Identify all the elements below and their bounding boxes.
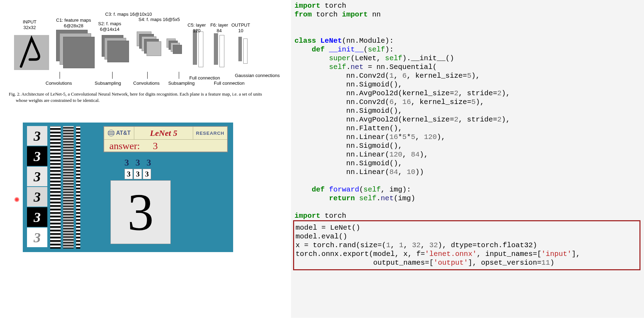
label-output: OUTPUT 10: [231, 22, 250, 33]
caption-line2: whose weights are constrained to be iden…: [9, 97, 282, 104]
digit-thumb: 3: [27, 187, 47, 207]
s2-block: [107, 41, 129, 62]
input-image-block: [14, 35, 49, 70]
label-convolutions-2: Convolutions: [133, 81, 160, 86]
digit-predictions: 3 3 3 333: [124, 158, 153, 179]
tick-line: [179, 72, 179, 79]
demo-banner: AT&T LeNet 5 RESEARCH answer: 3: [103, 126, 228, 152]
lenet-architecture-diagram: INPUT 32x32 C1: feature maps 6@28x28 C3:…: [7, 11, 287, 88]
label-subsampling-2: Subsampling: [168, 81, 195, 86]
tick-line: [112, 72, 113, 79]
c3-block: [147, 41, 161, 56]
digit-box: 3: [134, 169, 142, 179]
lenet-demo-window: 333333 AT&T LeNet 5 RESEARCH answer: 3 3…: [23, 123, 233, 252]
digit-row-boxes: 333: [124, 169, 153, 179]
label-c5: C5: layer 120: [188, 22, 206, 33]
tick-line: [60, 72, 60, 79]
digit-box: 3: [143, 169, 151, 179]
code-block: import torch from torch import nn class …: [294, 0, 640, 270]
label-fc-1: Full connection: [189, 75, 220, 81]
label-c3: C3: f. maps 16@10x10: [105, 12, 152, 17]
highlighted-export-code: model = LeNet() model.eval() x = torch.r…: [293, 220, 640, 270]
output-block: [238, 37, 242, 61]
c1-block: [63, 37, 95, 68]
digit-thumb: 3: [27, 207, 47, 227]
feature-strip: [50, 126, 61, 249]
f6-block: [214, 33, 218, 65]
label-s4: S4: f. maps 16@5x5: [138, 17, 180, 22]
label-f6: F6: layer 84: [210, 22, 228, 33]
label-c1: C1: feature maps 6@28x28: [56, 18, 91, 28]
label-fc-2: Full connection: [214, 81, 244, 86]
s4-block: [173, 45, 182, 54]
digit-row-top: 3 3 3: [124, 158, 153, 168]
digit-thumb: 3: [27, 167, 47, 186]
f6-block: [219, 35, 224, 67]
demo-title: LeNet 5: [134, 127, 193, 139]
big-digit-display: 3: [110, 180, 171, 244]
left-panel: INPUT 32x32 C1: feature maps 6@28x28 C3:…: [0, 0, 291, 320]
digit-thumb: 3: [27, 126, 47, 146]
output-block: [243, 39, 248, 64]
label-convolutions-1: Convolutions: [46, 81, 72, 86]
answer-row: answer: 3: [104, 140, 227, 152]
att-logo: AT&T: [104, 130, 134, 137]
tick-line: [147, 72, 148, 79]
label-input: INPUT 32x32: [23, 19, 36, 30]
label-s2: S2: f. maps 6@14x14: [98, 21, 121, 32]
digit-thumb: 3: [27, 146, 47, 166]
c5-block: [193, 30, 197, 65]
answer-label: answer:: [109, 140, 140, 151]
feature-strip: [76, 126, 80, 249]
code-panel: import torch from torch import nn class …: [291, 0, 644, 318]
digit-thumbnails: 333333: [27, 126, 47, 249]
digit-box: 3: [124, 169, 133, 179]
caption-line1: Fig. 2. Architecture of LeNet-5, a Convo…: [9, 91, 262, 97]
label-subsampling-1: Subsampling: [95, 81, 121, 86]
digit-thumb: 3: [27, 228, 47, 247]
research-label: RESEARCH: [193, 131, 227, 136]
answer-value: 3: [142, 140, 158, 151]
feature-strip: [63, 126, 74, 249]
laser-pointer-icon: [14, 197, 20, 202]
label-gaussian: Gaussian connections: [235, 73, 280, 78]
figure-caption: Fig. 2. Architecture of LeNet-5, a Convo…: [9, 91, 282, 104]
att-text: AT&T: [116, 130, 130, 136]
c5-block: [198, 32, 203, 67]
